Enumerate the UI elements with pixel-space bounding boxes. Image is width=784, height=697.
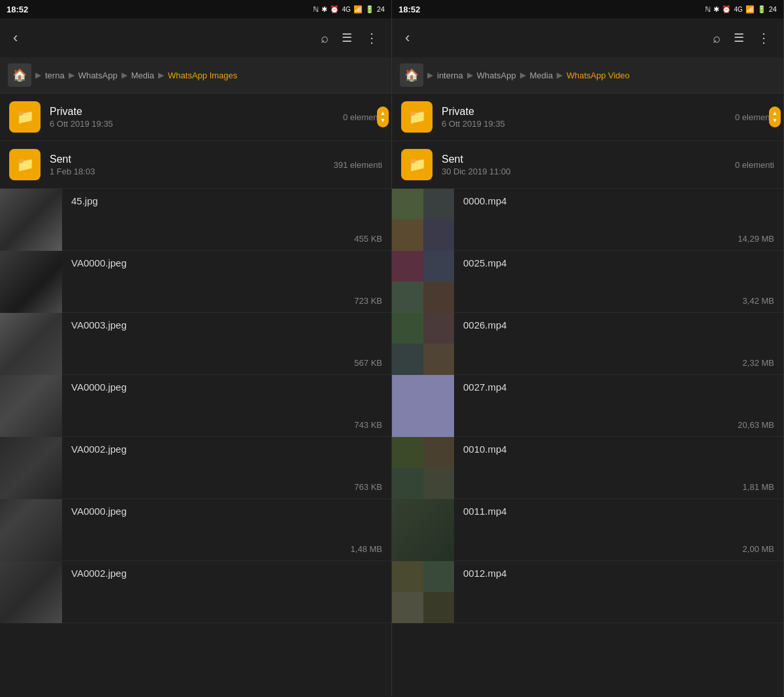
file-info-4-right: 0010.mp4 1,81 MB — [454, 437, 783, 498]
file-item-2-left[interactable]: VA0003.jpeg 567 KB — [0, 313, 391, 375]
folder-name-private-left: Private — [50, 106, 343, 118]
file-thumb-2-right — [392, 313, 454, 375]
breadcrumb-media-left[interactable]: Media — [131, 71, 154, 80]
file-list-left: 45.jpg 455 KB VA0000.jpeg 723 KB VA0003.… — [0, 189, 391, 697]
file-info-1-left: VA0000.jpeg 723 KB — [62, 251, 391, 312]
file-name-6-right: 0012.mp4 — [463, 568, 774, 579]
file-item-0-left[interactable]: 45.jpg 455 KB — [0, 189, 391, 251]
file-item-3-right[interactable]: 0027.mp4 20,63 MB — [392, 375, 783, 437]
left-panel: 18:52 ℕ ✱ ⏰ 4G 📶 🔋 24 ‹ ⌕ ☰ ⋮ 🏠 ▶ terna … — [0, 0, 392, 697]
file-info-0-right: 0000.mp4 14,29 MB — [454, 189, 783, 250]
file-size-5-left: 1,48 MB — [71, 544, 382, 554]
file-item-5-right[interactable]: 0011.mp4 2,00 MB — [392, 499, 783, 561]
list-button-left[interactable]: ☰ — [336, 25, 357, 50]
file-item-1-left[interactable]: VA0000.jpeg 723 KB — [0, 251, 391, 313]
alarm-icon-r: ⏰ — [722, 5, 731, 14]
folder-sent-right[interactable]: 📁 Sent 30 Dic 2019 11:00 0 elementi — [392, 141, 783, 189]
file-thumb-4-right — [392, 437, 454, 499]
scroll-up-right: ▲ — [772, 110, 778, 116]
breadcrumb-whatsapp-right[interactable]: WhatsApp — [477, 71, 516, 80]
bluetooth-icon: ✱ — [321, 5, 327, 14]
search-button-left[interactable]: ⌕ — [316, 25, 334, 51]
status-time-right: 18:52 — [399, 5, 420, 14]
file-list-right: 0000.mp4 14,29 MB 0025.mp4 3,42 MB — [392, 189, 783, 697]
home-icon-right[interactable]: 🏠 — [400, 63, 423, 87]
file-size-4-left: 763 KB — [71, 482, 382, 492]
menu-button-right[interactable]: ⋮ — [752, 25, 776, 51]
action-icons-left: ⌕ ☰ ⋮ — [316, 25, 384, 51]
file-name-1-right: 0025.mp4 — [463, 257, 774, 268]
file-info-6-left: VA0002.jpeg — [62, 561, 391, 623]
file-size-1-left: 723 KB — [71, 296, 382, 306]
folder-private-left[interactable]: 📁 Private 6 Ott 2019 19:35 0 elementi ▲ … — [0, 93, 391, 141]
scroll-indicator-right[interactable]: ▲ ▼ — [769, 106, 781, 127]
breadcrumb-media-right[interactable]: Media — [530, 71, 553, 80]
breadcrumb-terna[interactable]: terna — [45, 71, 65, 80]
breadcrumb-whatsapp-left[interactable]: WhatsApp — [78, 71, 118, 80]
battery-icon: 🔋 — [365, 5, 374, 14]
file-item-6-right[interactable]: 0012.mp4 — [392, 561, 783, 623]
file-size-2-right: 2,32 MB — [463, 358, 774, 368]
folder-icon-private-left: 📁 — [9, 101, 41, 133]
file-size-3-left: 743 KB — [71, 420, 382, 430]
file-info-3-left: VA0000.jpeg 743 KB — [62, 375, 391, 436]
action-bar-right: ‹ ⌕ ☰ ⋮ — [392, 18, 783, 57]
breadcrumb-interna[interactable]: interna — [437, 71, 463, 80]
breadcrumb-left: 🏠 ▶ terna ▶ WhatsApp ▶ Media ▶ WhatsApp … — [0, 57, 391, 93]
breadcrumb-right: 🏠 ▶ interna ▶ WhatsApp ▶ Media ▶ WhatsAp… — [392, 57, 783, 93]
home-icon-left[interactable]: 🏠 — [8, 63, 31, 87]
sep4-right: ▶ — [557, 71, 563, 80]
folder-count-private-right: 0 elementi — [735, 112, 774, 122]
file-name-5-right: 0011.mp4 — [463, 506, 774, 517]
folder-info-sent-right: Sent 30 Dic 2019 11:00 — [442, 154, 735, 176]
file-item-5-left[interactable]: VA0000.jpeg 1,48 MB — [0, 499, 391, 561]
action-icons-right: ⌕ ☰ ⋮ — [708, 25, 776, 51]
folder-name-sent-right: Sent — [442, 154, 735, 165]
file-thumb-5-right — [392, 499, 454, 561]
file-item-2-right[interactable]: 0026.mp4 2,32 MB — [392, 313, 783, 375]
battery-level-r: 24 — [769, 5, 777, 13]
bluetooth-icon-r: ✱ — [713, 5, 719, 14]
file-item-3-left[interactable]: VA0000.jpeg 743 KB — [0, 375, 391, 437]
breadcrumb-active-left[interactable]: WhatsApp Images — [168, 71, 237, 80]
file-thumb-0-right — [392, 189, 454, 251]
back-button-left[interactable]: ‹ — [8, 24, 23, 52]
right-panel: 18:52 ℕ ✱ ⏰ 4G 📶 🔋 24 ‹ ⌕ ☰ ⋮ 🏠 ▶ intern… — [392, 0, 784, 697]
file-item-0-right[interactable]: 0000.mp4 14,29 MB — [392, 189, 783, 251]
file-item-6-left[interactable]: VA0002.jpeg — [0, 561, 391, 623]
folder-count-sent-left: 391 elementi — [334, 160, 382, 170]
sep1-right: ▶ — [427, 71, 433, 80]
file-thumb-3-left — [0, 375, 62, 437]
search-button-right[interactable]: ⌕ — [708, 25, 726, 51]
file-thumb-5-left — [0, 499, 62, 561]
sep3-right: ▶ — [520, 71, 526, 80]
file-item-1-right[interactable]: 0025.mp4 3,42 MB — [392, 251, 783, 313]
action-bar-left: ‹ ⌕ ☰ ⋮ — [0, 18, 391, 57]
file-info-1-right: 0025.mp4 3,42 MB — [454, 251, 783, 312]
breadcrumb-active-right[interactable]: WhatsApp Video — [566, 71, 630, 80]
folder-private-right[interactable]: 📁 Private 6 Ott 2019 19:35 0 elementi ▲ … — [392, 93, 783, 141]
scroll-down-right: ▼ — [772, 118, 778, 123]
file-thumb-2-left — [0, 313, 62, 375]
folder-info-sent-left: Sent 1 Feb 18:03 — [50, 154, 334, 176]
file-item-4-left[interactable]: VA0002.jpeg 763 KB — [0, 437, 391, 499]
sep1-left: ▶ — [35, 71, 41, 80]
folder-count-private-left: 0 elementi — [343, 112, 382, 122]
list-button-right[interactable]: ☰ — [728, 25, 749, 50]
file-name-1-left: VA0000.jpeg — [71, 257, 382, 268]
folder-icon-private-right: 📁 — [401, 101, 433, 133]
scroll-up-left: ▲ — [380, 110, 386, 116]
battery-level: 24 — [377, 5, 385, 13]
wifi-icon-r: 📶 — [745, 5, 755, 14]
scroll-indicator-left[interactable]: ▲ ▼ — [377, 106, 389, 127]
folder-date-private-right: 6 Ott 2019 19:35 — [442, 119, 735, 129]
back-button-right[interactable]: ‹ — [400, 24, 415, 52]
sep3-left: ▶ — [122, 71, 127, 80]
folder-sent-left[interactable]: 📁 Sent 1 Feb 18:03 391 elementi — [0, 141, 391, 189]
folder-name-sent-left: Sent — [50, 154, 334, 165]
menu-button-left[interactable]: ⋮ — [360, 25, 384, 51]
file-info-5-right: 0011.mp4 2,00 MB — [454, 499, 783, 560]
file-item-4-right[interactable]: 0010.mp4 1,81 MB — [392, 437, 783, 499]
sep4-left: ▶ — [158, 71, 164, 80]
file-size-2-left: 567 KB — [71, 358, 382, 368]
